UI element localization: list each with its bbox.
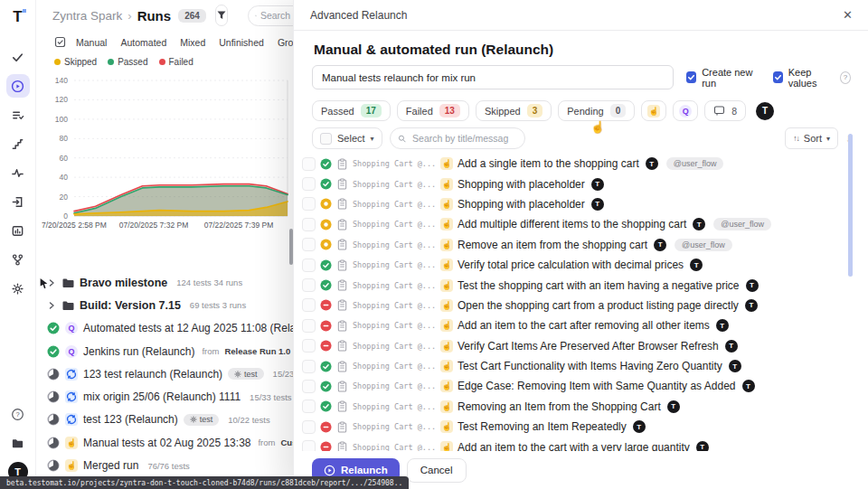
rail-item-import-icon[interactable] xyxy=(6,190,30,213)
tree-run-row[interactable]: mix origin 25/06 (Relaunch) 111115/33 te… xyxy=(36,385,293,408)
test-title[interactable]: Add multiple different items to the shop… xyxy=(458,218,686,230)
tree-folder-row[interactable]: Bravo milestone124 tests 34 runs xyxy=(36,271,293,294)
test-row[interactable]: Shopping Cart @...☝Add multiple differen… xyxy=(302,214,851,234)
row-checkbox[interactable] xyxy=(302,298,316,312)
row-checkbox[interactable] xyxy=(302,218,316,231)
checkbox-checked-icon[interactable] xyxy=(686,71,696,83)
tree-run-row[interactable]: ☝Manual tests at 02 Aug 2025 13:38fromCu… xyxy=(36,431,293,454)
tab-unfinished[interactable]: Unfinished xyxy=(219,37,264,48)
test-row[interactable]: Shopping Cart @...☝Shopping with placeho… xyxy=(302,194,851,214)
row-checkbox[interactable] xyxy=(302,360,316,373)
test-title[interactable]: Shopping with placeholder xyxy=(458,178,585,191)
test-row[interactable]: Shopping Cart @...☝Verify Cart Items Are… xyxy=(302,336,851,356)
row-checkbox[interactable] xyxy=(302,177,316,191)
row-checkbox[interactable] xyxy=(302,380,316,393)
breadcrumb-project[interactable]: Zyntra Spark xyxy=(52,9,122,23)
row-checkbox[interactable] xyxy=(302,400,316,413)
legend-item-failed[interactable]: Failed xyxy=(159,57,193,67)
test-row[interactable]: Shopping Cart @...☝Add an item to the ca… xyxy=(302,315,851,335)
tree-run-row[interactable]: QJenkins run (Relaunch)fromRelease Run 1… xyxy=(36,340,293,362)
tab-automated[interactable]: Automated xyxy=(120,37,166,48)
tree-row-label[interactable]: mix origin 25/06 (Relaunch) 1111 xyxy=(83,390,241,403)
create-new-run-checkbox[interactable]: Create new run xyxy=(686,67,760,89)
tree-row-label[interactable]: Build: Version 7.15 xyxy=(80,299,181,312)
tree-row-label[interactable]: Automated tests at 12 Aug 2025 11:08 (Re… xyxy=(83,322,293,334)
tree-run-row[interactable]: 123 test relaunch (Relaunch)test15/23 te… xyxy=(36,362,293,385)
test-title[interactable]: Edge Case: Removing Item with Same Quant… xyxy=(458,380,736,392)
test-row[interactable]: Shopping Cart @...☝Add a single item to … xyxy=(302,154,851,174)
test-title[interactable]: Remove an item from the shopping cart xyxy=(458,239,647,251)
tree-row-label[interactable]: Bravo milestone xyxy=(80,277,167,289)
test-title[interactable]: Test the shopping cart with an item havi… xyxy=(458,279,740,292)
manual-tests-filter-chip[interactable]: ☝ xyxy=(641,100,666,121)
pending-filter-chip[interactable]: Pending 0 xyxy=(558,100,635,121)
tab-manual[interactable]: Manual xyxy=(76,37,107,48)
row-checkbox[interactable] xyxy=(302,238,316,251)
test-row[interactable]: Shopping Cart @...☝Removing an Item from… xyxy=(302,397,851,417)
failed-filter-chip[interactable]: Failed 13 xyxy=(397,100,469,121)
tag-chip[interactable]: @user_flow xyxy=(713,218,771,230)
help-circle-icon[interactable]: ? xyxy=(840,71,851,84)
rail-item-report-icon[interactable] xyxy=(6,219,30,242)
row-checkbox[interactable] xyxy=(302,278,316,292)
test-search-input[interactable] xyxy=(410,132,517,145)
test-row[interactable]: Shopping Cart @...☝Remove an item from t… xyxy=(302,235,851,255)
rail-item-runs-icon[interactable] xyxy=(6,74,30,98)
filter-button[interactable] xyxy=(215,5,228,26)
tree-run-row[interactable]: QAutomated tests at 12 Aug 2025 11:08 (R… xyxy=(36,317,293,340)
test-title[interactable]: Shopping with placeholder xyxy=(458,198,585,211)
rail-item-branch-icon[interactable] xyxy=(6,248,30,271)
tree-run-row[interactable]: test 123 (Relaunch)test10/22 tests xyxy=(36,409,293,431)
tag-chip[interactable]: @user_flow xyxy=(666,157,724,170)
tree-row-label[interactable]: Jenkins run (Relaunch) xyxy=(83,345,194,358)
select-dropdown[interactable]: Select ▾ xyxy=(312,127,382,149)
test-row[interactable]: Shopping Cart @...☝Verify total price ca… xyxy=(302,255,851,275)
checkbox-checked-icon[interactable] xyxy=(773,71,783,83)
tree-run-row[interactable]: ☝Merged run76/76 tests xyxy=(36,454,293,476)
row-checkbox[interactable] xyxy=(302,197,316,211)
runs-search-input[interactable]: Search [C ✕ xyxy=(248,5,293,26)
tab-mixed[interactable]: Mixed xyxy=(180,37,205,48)
tree-row-label[interactable]: 123 test relaunch (Relaunch) xyxy=(83,368,222,381)
row-checkbox[interactable] xyxy=(302,319,316,333)
help-icon[interactable]: ? xyxy=(6,402,30,426)
test-title[interactable]: Add a single item to the shopping cart xyxy=(458,157,639,170)
assignee-filter-avatar[interactable]: T xyxy=(756,102,774,120)
test-row[interactable]: Shopping Cart @...☝Shopping with placeho… xyxy=(302,174,851,193)
test-title[interactable]: Verify total price calculation with deci… xyxy=(458,259,684,271)
run-name-input[interactable] xyxy=(312,65,674,89)
row-checkbox[interactable] xyxy=(302,420,316,434)
tree-row-label[interactable]: Manual tests at 02 Aug 2025 13:38 xyxy=(83,437,250,449)
legend-item-passed[interactable]: Passed xyxy=(108,57,147,67)
sort-dropdown[interactable]: ↑↓ Sort ▾ xyxy=(785,127,838,149)
app-logo[interactable]: T xyxy=(13,5,22,29)
rail-item-pulse-icon[interactable] xyxy=(6,161,30,184)
test-title[interactable]: Verify Cart Items Are Preserved After Br… xyxy=(458,340,719,353)
select-all-checkbox[interactable] xyxy=(320,133,332,145)
rail-item-settings-gear-icon[interactable] xyxy=(6,277,30,300)
test-row[interactable]: Shopping Cart @...☝Open the shopping car… xyxy=(302,296,851,315)
test-row[interactable]: Shopping Cart @...☝Test the shopping car… xyxy=(302,275,851,295)
passed-filter-chip[interactable]: Passed 17 xyxy=(312,100,391,121)
test-title[interactable]: Open the shopping cart from a product li… xyxy=(458,299,739,312)
skipped-filter-chip[interactable]: Skipped 3 xyxy=(476,100,552,121)
rail-item-tasks-icon[interactable] xyxy=(6,103,30,127)
test-title[interactable]: Test Removing an Item Repeatedly xyxy=(458,420,627,433)
legend-item-skipped[interactable]: Skipped xyxy=(54,57,97,67)
rail-item-check-icon[interactable] xyxy=(6,45,30,69)
test-title[interactable]: Add an item to the cart after removing a… xyxy=(458,319,710,332)
tab-groups[interactable]: Groups xyxy=(278,37,293,48)
row-checkbox[interactable] xyxy=(302,259,316,272)
keep-values-checkbox[interactable]: Keep values ? xyxy=(773,67,851,89)
test-row[interactable]: Shopping Cart @...☝Test Removing an Item… xyxy=(302,417,851,437)
tree-folder-row[interactable]: Build: Version 7.1569 tests 3 runs xyxy=(36,294,293,316)
list-scrollbar-thumb[interactable] xyxy=(848,134,853,277)
chevron-right-icon[interactable] xyxy=(47,301,56,310)
automated-tests-filter-chip[interactable]: Q xyxy=(673,100,698,121)
row-checkbox[interactable] xyxy=(302,339,316,353)
tree-row-label[interactable]: Merged run xyxy=(83,459,138,472)
test-row[interactable]: Shopping Cart @...☝Edge Case: Removing I… xyxy=(302,376,851,396)
rail-item-steps-icon[interactable] xyxy=(6,132,30,155)
close-icon[interactable]: ✕ xyxy=(843,8,853,22)
comments-filter-chip[interactable]: 8 xyxy=(704,100,746,121)
